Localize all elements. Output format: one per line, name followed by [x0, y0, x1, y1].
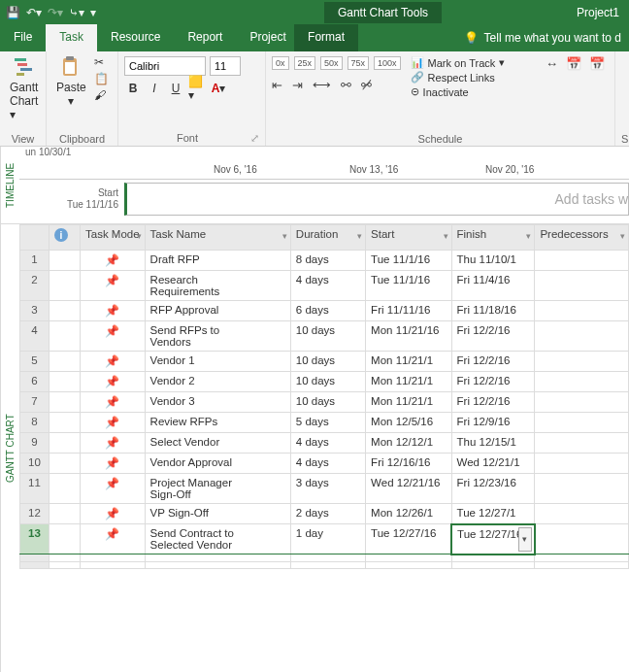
- start-cell[interactable]: Mon 11/21/1: [366, 352, 451, 372]
- task-name-cell[interactable]: Vendor Approval: [145, 454, 290, 474]
- task-name-cell[interactable]: Select Vendor: [145, 433, 290, 454]
- fill-color-button[interactable]: 🟨▾: [188, 80, 206, 97]
- task-name-cell[interactable]: Vendor 1: [145, 352, 290, 372]
- row-header[interactable]: 6: [20, 372, 50, 392]
- task-mode-cell[interactable]: 📌: [81, 352, 146, 372]
- font-color-button[interactable]: A▾: [210, 80, 227, 97]
- corner-cell[interactable]: [20, 225, 50, 251]
- gantt-chart-label[interactable]: GANTT CHART: [0, 224, 19, 672]
- task-name-cell[interactable]: RFP Approval: [145, 301, 290, 321]
- row-header[interactable]: 4: [20, 321, 50, 352]
- split-icon[interactable]: ⟷: [313, 78, 331, 92]
- row-header[interactable]: 12: [20, 504, 50, 524]
- tab-format[interactable]: Format: [294, 24, 358, 51]
- chevron-down-icon[interactable]: ▾: [444, 231, 448, 241]
- link-icon[interactable]: ⤷▾: [69, 6, 84, 19]
- duration-cell[interactable]: 1 day: [290, 524, 365, 554]
- start-cell[interactable]: Mon 11/21/16: [366, 321, 451, 352]
- task-name-cell[interactable]: ResearchRequirements: [145, 271, 290, 301]
- table-row[interactable]: 7📌Vendor 310 daysMon 11/21/1Fri 12/2/16: [20, 392, 629, 413]
- predecessors-cell[interactable]: [535, 474, 629, 504]
- table-row[interactable]: 13📌Send Contract toSelected Vendor1 dayT…: [20, 524, 629, 554]
- task-name-cell[interactable]: VP Sign-Off: [145, 504, 290, 524]
- indent-icon[interactable]: ⇥: [292, 78, 303, 92]
- table-row-empty[interactable]: [20, 554, 629, 562]
- row-header[interactable]: 10: [20, 454, 50, 474]
- predecessors-cell[interactable]: [535, 321, 629, 352]
- duration-cell[interactable]: 10 days: [290, 352, 365, 372]
- task-mode-cell[interactable]: 📌: [81, 474, 146, 504]
- predecessors-cell[interactable]: [535, 372, 629, 392]
- table-row[interactable]: 6📌Vendor 210 daysMon 11/21/1Fri 12/2/16: [20, 372, 629, 392]
- mark-on-track-button[interactable]: 📊Mark on Track ▾: [411, 56, 506, 69]
- indicators-cell[interactable]: [50, 372, 81, 392]
- table-row[interactable]: 8📌Review RFPs5 daysMon 12/5/16Fri 12/9/1…: [20, 413, 629, 433]
- indicators-cell[interactable]: [50, 504, 81, 524]
- table-row[interactable]: 2📌ResearchRequirements4 daysTue 11/1/16F…: [20, 271, 629, 301]
- finish-cell[interactable]: Fri 12/2/16: [451, 321, 535, 352]
- task-name-cell[interactable]: Send Contract toSelected Vendor: [145, 524, 290, 554]
- row-header[interactable]: 9: [20, 433, 50, 454]
- row-header[interactable]: 5: [20, 352, 50, 372]
- predecessors-cell[interactable]: [535, 413, 629, 433]
- start-cell[interactable]: Mon 12/5/16: [366, 413, 451, 433]
- tab-project[interactable]: Project: [236, 24, 299, 51]
- task-mode-cell[interactable]: 📌: [81, 251, 146, 271]
- start-cell[interactable]: Fri 12/16/16: [366, 454, 451, 474]
- finish-cell[interactable]: Fri 12/2/16: [451, 352, 535, 372]
- move-icon[interactable]: ↔: [546, 56, 558, 71]
- row-header[interactable]: 2: [20, 271, 50, 301]
- task-name-cell[interactable]: Vendor 2: [145, 372, 290, 392]
- indicators-cell[interactable]: [50, 251, 81, 271]
- col-duration[interactable]: Duration▾: [290, 225, 365, 251]
- italic-button[interactable]: I: [146, 80, 163, 97]
- tab-resource[interactable]: Resource: [97, 24, 174, 51]
- finish-cell[interactable]: Fri 12/2/16: [451, 372, 535, 392]
- link-tasks-icon[interactable]: ⚯: [341, 78, 351, 92]
- col-finish[interactable]: Finish▾: [451, 225, 535, 251]
- outdent-icon[interactable]: ⇤: [272, 78, 282, 92]
- tab-report[interactable]: Report: [174, 24, 236, 51]
- indicators-cell[interactable]: [50, 392, 81, 413]
- gantt-chart-button[interactable]: Gantt Chart ▾: [6, 53, 42, 123]
- font-name-input[interactable]: [124, 56, 206, 76]
- indicators-cell[interactable]: [50, 524, 81, 554]
- indicators-cell[interactable]: [50, 474, 81, 504]
- task-name-cell[interactable]: Review RFPs: [145, 413, 290, 433]
- predecessors-cell[interactable]: [535, 251, 629, 271]
- predecessors-cell[interactable]: [535, 433, 629, 454]
- task-mode-cell[interactable]: 📌: [81, 524, 146, 554]
- duration-cell[interactable]: 10 days: [290, 372, 365, 392]
- task-mode-cell[interactable]: 📌: [81, 372, 146, 392]
- task-name-cell[interactable]: Project ManagerSign-Off: [145, 474, 290, 504]
- predecessors-cell[interactable]: [535, 524, 629, 554]
- sched-icon-b[interactable]: 📅: [566, 56, 581, 71]
- pct-0-button[interactable]: 0x: [272, 56, 289, 70]
- row-header[interactable]: 1: [20, 251, 50, 271]
- start-cell[interactable]: Mon 12/12/1: [366, 433, 451, 454]
- finish-cell[interactable]: Thu 11/10/1: [451, 251, 535, 271]
- indicators-cell[interactable]: [50, 301, 81, 321]
- predecessors-cell[interactable]: [535, 392, 629, 413]
- cut-icon[interactable]: ✂: [94, 55, 109, 69]
- chevron-down-icon[interactable]: ▾: [137, 231, 142, 241]
- underline-button[interactable]: U: [167, 80, 184, 97]
- qat-customize-icon[interactable]: ▾: [90, 6, 96, 19]
- task-mode-cell[interactable]: 📌: [81, 271, 146, 301]
- table-row[interactable]: 9📌Select Vendor4 daysMon 12/12/1Thu 12/1…: [20, 433, 629, 454]
- timeline-track[interactable]: Add tasks w: [124, 183, 629, 216]
- duration-cell[interactable]: 8 days: [290, 251, 365, 271]
- bold-button[interactable]: B: [124, 80, 142, 97]
- task-name-cell[interactable]: Send RFPs toVendors: [145, 321, 290, 352]
- paste-dropdown-icon[interactable]: ▾: [68, 94, 74, 108]
- finish-cell[interactable]: Fri 12/23/16: [451, 474, 535, 504]
- start-cell[interactable]: Tue 12/27/16: [366, 524, 451, 554]
- start-cell[interactable]: Mon 11/21/1: [366, 392, 451, 413]
- respect-links-button[interactable]: 🔗Respect Links: [411, 71, 506, 84]
- table-row[interactable]: 3📌RFP Approval6 daysFri 11/11/16Fri 11/1…: [20, 301, 629, 321]
- task-mode-cell[interactable]: 📌: [81, 321, 146, 352]
- task-mode-cell[interactable]: 📌: [81, 413, 146, 433]
- predecessors-cell[interactable]: [535, 271, 629, 301]
- duration-cell[interactable]: 10 days: [290, 321, 365, 352]
- format-painter-icon[interactable]: 🖌: [94, 88, 109, 102]
